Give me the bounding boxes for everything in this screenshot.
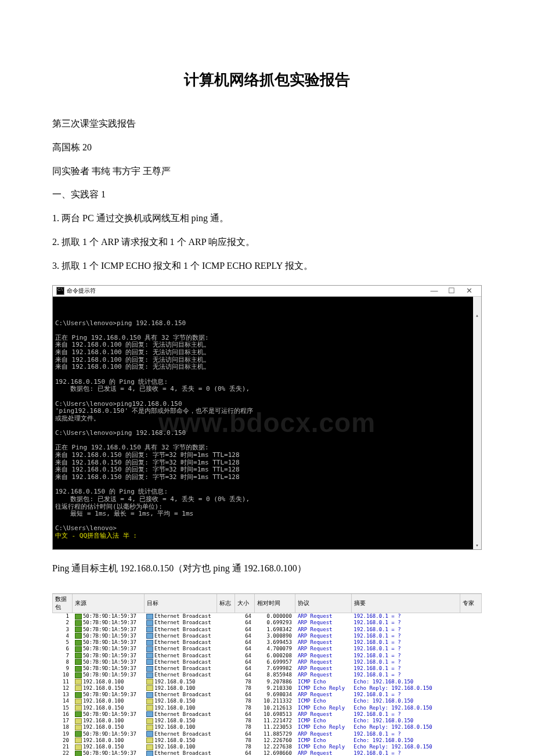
nic-icon [75, 685, 82, 691]
table-cell: 192.168.0.1 = ? [351, 731, 460, 737]
table-row[interactable]: 17192.168.0.100192.168.0.1507811.221472I… [53, 718, 482, 724]
nic-icon [146, 640, 153, 646]
table-header[interactable]: 协议 [295, 594, 351, 613]
table-row[interactable]: 350:7B:9D:1A:59:37Ethernet Broadcast641.… [53, 627, 482, 633]
table-cell: 12.226760 [255, 737, 295, 744]
table-cell: 1.698342 [255, 627, 295, 633]
nic-icon [146, 685, 153, 691]
table-cell: ARP Request [295, 665, 351, 672]
nic-icon [146, 659, 153, 665]
table-row[interactable]: 11192.168.0.100192.168.0.150789.207886IC… [53, 679, 482, 685]
table-cell: 10.212613 [255, 705, 295, 711]
table-cell: 50:7B:9D:1A:59:37 [73, 613, 144, 620]
table-cell [460, 653, 481, 659]
paragraph: 高国栋 20 [52, 137, 482, 159]
table-row[interactable]: 850:7B:9D:1A:59:37Ethernet Broadcast646.… [53, 659, 482, 665]
table-cell: 64 [235, 633, 255, 639]
table-cell: ARP Request [295, 711, 351, 718]
table-cell: ICMP Echo [295, 698, 351, 704]
table-cell: 50:7B:9D:1A:59:37 [73, 633, 144, 639]
table-cell: 192.168.0.100 [144, 685, 217, 692]
table-header[interactable]: 标志 [217, 594, 234, 613]
nic-icon [75, 627, 82, 632]
table-cell: ARP Request [295, 750, 351, 756]
table-cell: Echo: 192.168.0.150 [351, 737, 460, 744]
table-cell [460, 744, 481, 750]
cmd-titlebar: 命令提示符 — ☐ ✕ [53, 286, 481, 297]
table-cell [217, 613, 234, 620]
table-header[interactable]: 目标 [144, 594, 217, 613]
table-cell [460, 724, 481, 730]
table-cell: Echo: 192.168.0.150 [351, 679, 460, 685]
table-cell: 50:7B:9D:1A:59:37 [73, 659, 144, 665]
nic-icon [75, 737, 82, 743]
table-cell: 4.700079 [255, 646, 295, 652]
table-row[interactable]: 550:7B:9D:1A:59:37Ethernet Broadcast643.… [53, 639, 482, 646]
nic-icon [146, 705, 153, 711]
close-button[interactable]: ✕ [460, 287, 478, 295]
table-row[interactable]: 15192.168.0.150192.168.0.1007810.212613I… [53, 705, 482, 711]
table-header[interactable]: 数据包 [53, 594, 73, 613]
table-cell: 6 [53, 646, 73, 652]
table-row[interactable]: 1350:7B:9D:1A:59:37Ethernet Broadcast649… [53, 692, 482, 698]
table-cell: 78 [235, 698, 255, 704]
table-row[interactable]: 1950:7B:9D:1A:59:37Ethernet Broadcast641… [53, 731, 482, 737]
table-row[interactable]: 20192.168.0.100192.168.0.1507812.226760I… [53, 737, 482, 744]
table-row[interactable]: 750:7B:9D:1A:59:37Ethernet Broadcast646.… [53, 653, 482, 659]
table-row[interactable]: 21192.168.0.150192.168.0.1007812.227638I… [53, 744, 482, 750]
nic-icon [146, 731, 153, 737]
table-row[interactable]: 1050:7B:9D:1A:59:37Ethernet Broadcast648… [53, 672, 482, 678]
table-cell: 192.168.0.1 = ? [351, 692, 460, 698]
scrollbar[interactable]: ▴ ▾ [473, 297, 481, 550]
table-cell [460, 620, 481, 626]
table-cell [460, 665, 481, 672]
table-row[interactable]: 14192.168.0.100192.168.0.1507810.211332I… [53, 698, 482, 704]
table-header[interactable]: 相对时间 [255, 594, 295, 613]
table-cell: 192.168.0.1 = ? [351, 665, 460, 672]
table-row[interactable]: 150:7B:9D:1A:59:37Ethernet Broadcast640.… [53, 613, 482, 620]
table-cell: 9.207886 [255, 679, 295, 685]
table-cell [460, 646, 481, 652]
table-header[interactable]: 大小 [235, 594, 255, 613]
table-row[interactable]: 12192.168.0.150192.168.0.100789.210330IC… [53, 685, 482, 692]
table-cell: ARP Request [295, 672, 351, 678]
table-cell: 17 [53, 718, 73, 724]
table-cell: 0.699293 [255, 620, 295, 626]
table-cell: 10.211332 [255, 698, 295, 704]
table-cell: 192.168.0.100 [144, 705, 217, 711]
table-row[interactable]: 650:7B:9D:1A:59:37Ethernet Broadcast644.… [53, 646, 482, 652]
minimize-button[interactable]: — [425, 287, 443, 295]
table-cell: 192.168.0.1 = ? [351, 627, 460, 633]
table-row[interactable]: 18192.168.0.150192.168.0.1007811.223053I… [53, 724, 482, 730]
nic-icon [146, 620, 153, 626]
table-cell: ARP Request [295, 646, 351, 652]
table-cell: Ethernet Broadcast [144, 692, 217, 698]
table-cell: Ethernet Broadcast [144, 646, 217, 652]
table-row[interactable]: 1650:7B:9D:1A:59:37Ethernet Broadcast641… [53, 711, 482, 718]
table-header[interactable]: 专家 [460, 594, 481, 613]
table-header[interactable]: 来源 [73, 594, 144, 613]
table-row[interactable]: 450:7B:9D:1A:59:37Ethernet Broadcast643.… [53, 633, 482, 639]
scroll-down-icon[interactable]: ▾ [473, 541, 481, 549]
table-row[interactable]: 250:7B:9D:1A:59:37Ethernet Broadcast640.… [53, 620, 482, 626]
nic-icon [75, 640, 82, 646]
table-row[interactable]: 950:7B:9D:1A:59:37Ethernet Broadcast647.… [53, 665, 482, 672]
table-header[interactable]: 摘要 [351, 594, 460, 613]
nic-icon [75, 744, 82, 750]
table-cell: 50:7B:9D:1A:59:37 [73, 692, 144, 698]
nic-icon [75, 679, 82, 685]
table-cell: 50:7B:9D:1A:59:37 [73, 750, 144, 756]
table-row[interactable]: 2250:7B:9D:1A:59:37Ethernet Broadcast641… [53, 750, 482, 756]
nic-icon [146, 653, 153, 658]
nic-icon [75, 718, 82, 724]
table-cell: 11.221472 [255, 718, 295, 724]
table-cell: 7.699982 [255, 665, 295, 672]
table-cell: 3.699453 [255, 639, 295, 646]
table-cell: 6.000208 [255, 653, 295, 659]
table-cell [460, 731, 481, 737]
paragraph: 同实验者 韦纯 韦方宇 王尊严 [52, 161, 482, 182]
nic-icon [75, 646, 82, 652]
table-cell: Ethernet Broadcast [144, 672, 217, 678]
scroll-up-icon[interactable]: ▴ [473, 311, 481, 319]
maximize-button[interactable]: ☐ [443, 287, 460, 295]
